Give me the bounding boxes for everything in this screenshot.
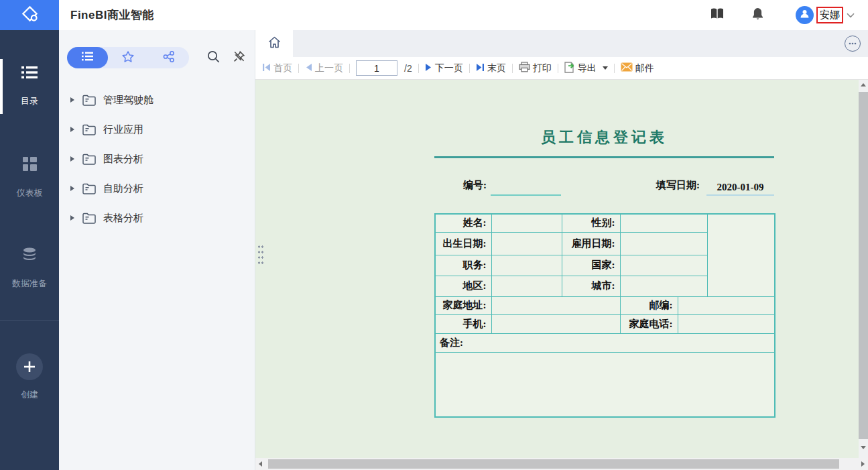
vertical-scrollbar[interactable]	[859, 80, 868, 458]
help-book-button[interactable]	[710, 8, 724, 22]
nav-item-directory[interactable]: 目录	[0, 66, 59, 107]
pin-slash-icon	[233, 50, 245, 66]
first-page-icon	[262, 63, 271, 74]
field-label: 性别:	[562, 214, 620, 232]
field-label: 家庭地址:	[435, 296, 491, 314]
caret-right-icon	[70, 215, 74, 221]
toolbar-separator	[512, 64, 513, 73]
title-rule	[434, 156, 774, 158]
report-viewport: 员工信息登记表 编号: 填写日期: 2020-01-09 姓名:	[255, 80, 868, 470]
app-header: FineBI商业智能 安娜	[59, 0, 868, 30]
fill-date-value: 2020-01-09	[706, 182, 774, 196]
notifications-button[interactable]	[752, 8, 763, 23]
scroll-right-arrow[interactable]	[861, 461, 865, 467]
finebi-logo-icon	[21, 5, 39, 25]
field-label: 职务:	[435, 255, 491, 276]
page-total: /2	[404, 63, 412, 74]
export-button[interactable]: 导出	[564, 62, 608, 75]
tab-home[interactable]	[255, 30, 293, 57]
number-label: 编号:	[434, 179, 491, 196]
field-label: 邮编:	[620, 296, 678, 314]
folder-icon	[82, 124, 96, 135]
field-label: 出生日期:	[435, 232, 491, 255]
view-toggle-favorites[interactable]	[108, 47, 149, 68]
nav-item-label: 目录	[21, 95, 38, 107]
bell-icon	[752, 8, 763, 23]
page-number-input[interactable]	[356, 60, 397, 76]
remark-label: 备注:	[435, 333, 775, 352]
prev-page-icon	[305, 63, 312, 74]
caret-right-icon	[70, 97, 74, 103]
tree-item-folder[interactable]: 图表分析	[59, 144, 255, 174]
caret-right-icon	[70, 127, 74, 132]
book-icon	[710, 8, 724, 22]
field-value-cell	[620, 214, 707, 232]
search-icon	[207, 50, 220, 66]
catalog-tree: 管理驾驶舱 行业应用 图表分析 自助分析	[59, 85, 255, 233]
left-nav: 目录 仪表板 数据准备 创建	[0, 0, 59, 470]
scroll-up-arrow[interactable]	[861, 83, 866, 86]
field-label: 地区:	[435, 276, 491, 296]
print-button[interactable]: 打印	[519, 62, 552, 74]
mail-button[interactable]: 邮件	[621, 62, 654, 74]
more-options-button[interactable]	[845, 36, 861, 52]
last-page-button[interactable]: 末页	[476, 62, 506, 74]
toolbar-separator	[349, 64, 350, 73]
first-page-button[interactable]: 首页	[262, 62, 292, 74]
view-toggle-list[interactable]	[67, 47, 108, 68]
last-page-icon	[476, 63, 485, 74]
field-value-cell	[491, 314, 620, 333]
field-value-cell	[491, 232, 562, 255]
toolbar-separator	[614, 64, 615, 73]
folder-icon	[82, 213, 96, 224]
nav-item-label: 仪表板	[17, 187, 43, 199]
tree-item-label: 自助分析	[103, 182, 143, 195]
next-page-button[interactable]: 下一页	[425, 62, 463, 74]
photo-cell	[707, 214, 775, 296]
tree-item-label: 行业应用	[103, 123, 143, 136]
horizontal-scrollbar[interactable]	[255, 458, 868, 470]
nav-divider	[0, 320, 59, 321]
panel-resize-handle[interactable]	[257, 243, 263, 264]
nav-item-label: 数据准备	[12, 278, 47, 290]
tree-item-folder[interactable]: 行业应用	[59, 115, 255, 144]
create-label: 创建	[21, 389, 38, 401]
field-label: 姓名:	[435, 214, 491, 232]
folder-icon	[82, 154, 96, 165]
view-toggle-shared[interactable]	[148, 47, 189, 68]
employee-form-table: 姓名: 性别: 出生日期: 雇用日期:	[434, 213, 776, 418]
field-value-cell	[678, 296, 775, 314]
database-icon	[22, 247, 37, 264]
unpin-button[interactable]	[233, 50, 245, 66]
tree-item-label: 表格分析	[103, 212, 143, 225]
field-value-cell	[491, 276, 562, 296]
printer-icon	[519, 62, 530, 74]
nav-item-dashboard[interactable]: 仪表板	[0, 157, 59, 199]
user-avatar[interactable]	[796, 6, 814, 24]
tree-item-folder[interactable]: 管理驾驶舱	[59, 85, 255, 115]
remark-area	[435, 352, 775, 417]
toolbar-separator	[558, 64, 558, 73]
username[interactable]: 安娜	[816, 7, 843, 23]
horizontal-scroll-thumb[interactable]	[268, 459, 839, 469]
vertical-scroll-thumb[interactable]	[859, 92, 868, 439]
tab-bar	[255, 30, 868, 57]
dashboard-grid-icon	[23, 157, 37, 174]
chevron-down-icon[interactable]	[847, 13, 855, 18]
scroll-down-arrow[interactable]	[861, 446, 866, 449]
app-logo[interactable]	[0, 0, 59, 30]
field-value-cell	[620, 276, 707, 296]
report-header-row: 编号: 填写日期: 2020-01-09	[434, 173, 774, 196]
nav-item-data-prep[interactable]: 数据准备	[0, 247, 59, 290]
create-button[interactable]: 创建	[0, 353, 59, 401]
toolbar-separator	[298, 64, 299, 73]
report-page: 员工信息登记表 编号: 填写日期: 2020-01-09 姓名:	[434, 80, 774, 418]
search-button[interactable]	[207, 50, 220, 66]
tree-item-folder[interactable]: 自助分析	[59, 174, 255, 203]
export-dropdown-caret	[603, 66, 608, 70]
field-label: 家庭电话:	[620, 314, 678, 333]
tree-item-folder[interactable]: 表格分析	[59, 203, 255, 233]
scroll-left-arrow[interactable]	[259, 461, 262, 467]
prev-page-button[interactable]: 上一页	[305, 62, 343, 74]
report-title: 员工信息登记表	[434, 128, 774, 147]
